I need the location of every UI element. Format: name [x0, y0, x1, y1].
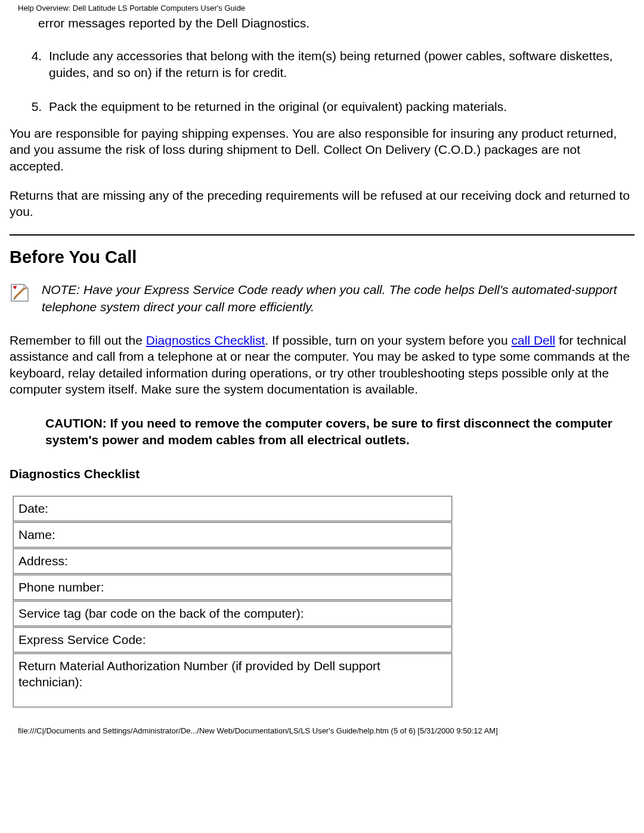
- caution-block: CAUTION: If you need to remove the compu…: [45, 415, 634, 448]
- call-dell-link[interactable]: call Dell: [512, 333, 556, 347]
- checklist-row-phone: Phone number:: [13, 575, 452, 600]
- checklist-row-date: Date:: [13, 496, 452, 521]
- checklist-row-service-tag: Service tag (bar code on the back of the…: [13, 601, 452, 626]
- section-divider: [10, 234, 634, 236]
- returns-refused-paragraph: Returns that are missing any of the prec…: [10, 187, 634, 220]
- checklist-row-address: Address:: [13, 549, 452, 574]
- page-footer: file:///C|/Documents and Settings/Admini…: [0, 708, 644, 741]
- return-steps-list: error messages reported by the Dell Diag…: [10, 15, 634, 114]
- diagnostics-checklist-link[interactable]: Diagnostics Checklist: [146, 333, 265, 347]
- checklist-row-rma: Return Material Authorization Number (if…: [13, 654, 452, 707]
- list-item-5: Pack the equipment to be returned in the…: [45, 98, 634, 114]
- remember-paragraph: Remember to fill out the Diagnostics Che…: [10, 332, 634, 397]
- remember-text-b: . If possible, turn on your system befor…: [265, 333, 511, 347]
- list-item-4: Include any accessories that belong with…: [45, 48, 634, 80]
- checklist-row-name: Name:: [13, 522, 452, 547]
- main-content: error messages reported by the Dell Diag…: [0, 15, 644, 708]
- note-block: NOTE: Have your Express Service Code rea…: [10, 281, 634, 315]
- note-text: NOTE: Have your Express Service Code rea…: [42, 281, 634, 315]
- remember-text-a: Remember to fill out the: [10, 333, 146, 347]
- shipping-responsibility-paragraph: You are responsible for paying shipping …: [10, 125, 634, 174]
- note-icon: [10, 283, 30, 306]
- checklist-row-express-code: Express Service Code:: [13, 627, 452, 652]
- before-you-call-heading: Before You Call: [10, 246, 634, 269]
- diagnostics-checklist-heading: Diagnostics Checklist: [10, 466, 634, 482]
- diagnostics-checklist-table: Date: Name: Address: Phone number: Servi…: [12, 495, 453, 708]
- list-item-3-partial: error messages reported by the Dell Diag…: [35, 15, 634, 31]
- page-header-title: Help Overview: Dell Latitude LS Portable…: [0, 0, 644, 15]
